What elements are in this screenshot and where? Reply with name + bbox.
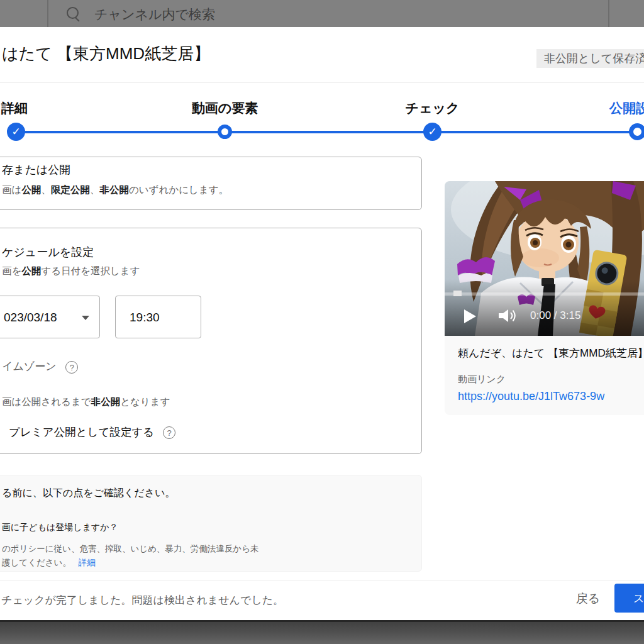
- stepper-line: [16, 131, 638, 133]
- search-icon-handle: [75, 17, 79, 21]
- premiere-help-icon[interactable]: ?: [163, 426, 175, 439]
- top-bar-divider: [608, 0, 609, 27]
- visibility-card: 存または公開 画は公開、限定公開、非公開のいずれかにします。: [0, 157, 422, 210]
- tab-video-elements[interactable]: 動画の要素: [189, 99, 261, 117]
- step-details-check-icon[interactable]: ✓: [7, 123, 25, 141]
- tab-visibility[interactable]: 公開設定: [609, 99, 644, 117]
- step-video-elements-dot-icon[interactable]: [218, 125, 232, 139]
- details-link[interactable]: 詳細: [79, 558, 96, 567]
- tab-checks[interactable]: チェック: [396, 99, 469, 117]
- desc-text: 、: [41, 184, 51, 195]
- schedule-card-title: ケジュールを設定: [2, 245, 94, 260]
- desc-text: のいずれかにします。: [129, 184, 228, 195]
- note-bold-private: 非公開: [91, 396, 121, 407]
- checks-status-message: チェックが完了しました。問題は検出されませんでした。: [1, 593, 284, 608]
- video-link-label: 動画リンク: [458, 374, 506, 386]
- schedule-card: ケジュールを設定 画を公開する日付を選択します 023/03/18 19:30 …: [0, 228, 422, 454]
- time-display: 0:00 / 3:15: [530, 309, 580, 322]
- video-player[interactable]: 0:00 / 3:15: [445, 181, 644, 336]
- play-icon[interactable]: [464, 309, 476, 323]
- channel-search-input[interactable]: チャンネル内で検索: [94, 0, 215, 27]
- desc-bold-public: 公開: [21, 265, 41, 276]
- timezone-row: イムゾーン ?: [2, 359, 78, 374]
- header-divider: [0, 82, 644, 83]
- caret-down-icon: [82, 316, 89, 320]
- dimmed-page-bottom: [0, 620, 644, 644]
- volume-icon[interactable]: [497, 308, 518, 323]
- tab-details[interactable]: 詳細: [1, 99, 28, 117]
- desc-bold-unlisted: 限定公開: [51, 184, 90, 195]
- upload-dialog-screen: チャンネル内で検索 はたて 【東方MMD紙芝居】 非公開として保存済み 詳細 動…: [0, 0, 644, 644]
- timezone-label: イムゾーン: [2, 360, 57, 372]
- visibility-card-desc: 画は公開、限定公開、非公開のいずれかにします。: [2, 184, 228, 197]
- search-icon: [67, 7, 79, 19]
- date-dropdown[interactable]: 023/03/18: [0, 296, 100, 338]
- policy-line-1: のポリシーに従い、危害、搾取、いじめ、暴力、労働法違反から未: [2, 543, 258, 555]
- dimmed-top-bar: チャンネル内で検索: [0, 0, 644, 27]
- top-bar-divider: [47, 0, 48, 27]
- desc-text: 、: [90, 184, 100, 195]
- desc-bold-public: 公開: [21, 184, 41, 195]
- dialog-title: はたて 【東方MMD紙芝居】: [2, 43, 210, 65]
- date-value: 023/03/18: [4, 311, 57, 325]
- note-text: 画は公開されるまで: [2, 396, 91, 407]
- note-text: となります: [120, 396, 170, 407]
- step-checks-check-icon[interactable]: ✓: [423, 123, 441, 141]
- schedule-card-desc: 画を公開する日付を選択します: [2, 265, 140, 278]
- desc-text: 画は: [2, 184, 21, 195]
- dialog-footer: チェックが完了しました。問題は検出されませんでした。 戻る スケジュールを設定: [0, 580, 644, 620]
- premiere-label[interactable]: プレミア公開として設定する: [9, 426, 154, 438]
- video-url-link[interactable]: https://youtu.be/J1lTw673-9w: [458, 390, 604, 403]
- schedule-submit-button[interactable]: スケジュールを設定: [614, 584, 644, 613]
- time-field[interactable]: 19:30: [115, 296, 201, 338]
- video-title: 頼んだぞ、はたて 【東方MMD紙芝居】: [458, 346, 644, 360]
- visibility-card-title: 存または公開: [2, 162, 70, 177]
- policy-text: 護してください。: [2, 558, 71, 567]
- progress-bar[interactable]: [445, 292, 644, 296]
- schedule-note: 画は公開されるまで非公開となります: [2, 396, 170, 409]
- premiere-row: プレミア公開として設定する ?: [9, 425, 175, 440]
- kids-question: 画に子どもは登場しますか？: [2, 522, 118, 533]
- time-value: 19:30: [130, 311, 160, 325]
- desc-text: する日付を選択します: [41, 265, 140, 276]
- policy-line-2: 護してください。 詳細: [2, 557, 96, 569]
- video-preview-panel: 0:00 / 3:15 頼んだぞ、はたて 【東方MMD紙芝居】 動画リンク ht…: [445, 181, 644, 415]
- desc-text: 画を: [2, 265, 21, 276]
- back-button[interactable]: 戻る: [568, 584, 608, 613]
- progress-handle[interactable]: [453, 291, 462, 296]
- checks-card: る前に、以下の点をご確認ください。 画に子どもは登場しますか？ のポリシーに従い…: [0, 475, 422, 572]
- checks-heading: る前に、以下の点をご確認ください。: [2, 487, 175, 500]
- timezone-help-icon[interactable]: ?: [65, 361, 78, 374]
- save-status-badge: 非公開として保存済み: [536, 49, 644, 68]
- desc-bold-private: 非公開: [99, 184, 129, 195]
- step-visibility-dot-icon[interactable]: [629, 123, 644, 140]
